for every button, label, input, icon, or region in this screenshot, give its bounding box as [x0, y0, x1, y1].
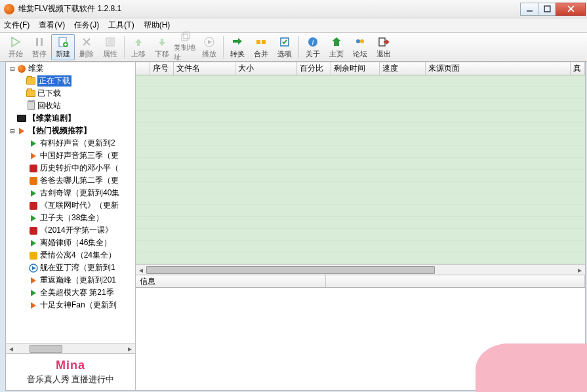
tree-item[interactable]: 历史转折中的邓小平（: [6, 162, 135, 174]
tb-down[interactable]: 下移: [150, 34, 174, 60]
info-label[interactable]: 信息: [136, 275, 326, 287]
tree-item[interactable]: 《2014开学第一课》: [6, 224, 135, 237]
tree-root[interactable]: ⊟维棠: [6, 62, 135, 75]
folder-icon: [26, 88, 36, 99]
menu-task[interactable]: 任务(J): [74, 20, 99, 31]
tb-options[interactable]: 选项: [273, 34, 296, 60]
arrow-right-icon: [28, 151, 39, 161]
tree-item[interactable]: 《互联网时代》（更新: [6, 199, 135, 212]
tree-item[interactable]: 重返巅峰（更新到201: [6, 274, 135, 286]
tb-play[interactable]: 播放: [197, 34, 221, 60]
download-grid[interactable]: 序号 文件名 大小 百分比 剩余时间 速度 来源页面 真 ◂▸: [136, 62, 585, 275]
tree-item[interactable]: 爸爸去哪儿第二季（更: [6, 174, 135, 187]
col-num[interactable]: 序号: [150, 62, 174, 75]
forum-icon: [354, 35, 367, 49]
col-speed[interactable]: 速度: [380, 62, 426, 75]
svg-point-24: [356, 39, 360, 43]
ad-logo: Mina: [56, 359, 85, 372]
tb-convert[interactable]: 转换: [226, 34, 249, 60]
tree-item[interactable]: 全美超模大赛 第21季: [6, 286, 135, 299]
col-real[interactable]: 真: [571, 62, 585, 75]
arrow-up-icon: [132, 35, 145, 49]
tb-delete[interactable]: 删除: [75, 34, 98, 60]
svg-rect-16: [182, 34, 188, 41]
menu-help[interactable]: 帮助(H): [144, 20, 171, 31]
sidebar: ⊟维棠 正在下载 已下载 回收站 【维棠追剧】 ⊟【热门视频推荐】 有料好声音（…: [6, 62, 136, 390]
tree-item[interactable]: 离婚律师（46集全）: [6, 237, 135, 249]
menu-file[interactable]: 文件(F): [4, 20, 30, 31]
menu-view[interactable]: 查看(V): [39, 20, 65, 31]
col-name[interactable]: 文件名: [174, 62, 235, 75]
site-icon: [28, 201, 39, 211]
tb-copyaddr[interactable]: 复制地址: [174, 34, 197, 60]
play-arrow-icon: [9, 35, 22, 49]
tb-exit[interactable]: 退出: [372, 34, 395, 60]
tb-forum[interactable]: 论坛: [348, 34, 372, 60]
main-area: 序号 文件名 大小 百分比 剩余时间 速度 来源页面 真 ◂▸ 信息: [136, 62, 585, 390]
svg-rect-5: [41, 38, 43, 46]
svg-rect-4: [36, 38, 38, 46]
col-source[interactable]: 来源页面: [426, 62, 571, 75]
app-icon: [4, 4, 14, 14]
tree-view[interactable]: ⊟维棠 正在下载 已下载 回收站 【维棠追剧】 ⊟【热门视频推荐】 有料好声音（…: [6, 62, 135, 353]
menu-tool[interactable]: 工具(T): [108, 20, 134, 31]
play-icon: [28, 213, 39, 224]
properties-icon: [104, 35, 117, 49]
tree-downloading[interactable]: 正在下载: [6, 75, 135, 87]
close-button[interactable]: [556, 3, 586, 16]
tree-hscrollbar[interactable]: ◂▸: [6, 343, 135, 353]
tree-item[interactable]: 爱情公寓4（24集全）: [6, 249, 135, 262]
svg-text:i: i: [312, 37, 314, 47]
tb-about[interactable]: i关于: [301, 34, 325, 60]
tb-new[interactable]: 新建: [51, 34, 75, 60]
toolbar: 开始 暂停 新建 删除 属性 上移 下移 复制地址 播放 转换 合并 选项 i关…: [0, 33, 587, 62]
home-icon: [330, 35, 343, 49]
col-remain[interactable]: 剩余时间: [331, 62, 380, 75]
ad-panel[interactable]: Mina 音乐真人秀 直播进行中: [6, 353, 135, 390]
tree-item[interactable]: 古剑奇谭（更新到40集: [6, 187, 135, 199]
tree-drama[interactable]: 【维棠追剧】: [6, 112, 135, 125]
tb-pause[interactable]: 暂停: [28, 34, 51, 60]
minimize-button[interactable]: [520, 3, 538, 16]
site-icon: [28, 250, 39, 261]
tb-merge[interactable]: 合并: [249, 34, 273, 60]
site-icon: [28, 225, 39, 236]
tree-item[interactable]: 十足女神Fan（更新到: [6, 299, 135, 311]
tree-item[interactable]: 卫子夫（38集全）: [6, 212, 135, 224]
tb-up[interactable]: 上移: [127, 34, 150, 60]
tree-recycle[interactable]: 回收站: [6, 100, 135, 112]
grid-hscrollbar[interactable]: ◂▸: [136, 264, 585, 275]
svg-rect-17: [184, 32, 190, 39]
maximize-button[interactable]: [538, 3, 556, 16]
info-col2[interactable]: [326, 275, 585, 287]
tree-item[interactable]: 中国好声音第三季（更: [6, 149, 135, 162]
col-blank[interactable]: [136, 62, 150, 75]
col-size[interactable]: 大小: [235, 62, 297, 75]
app-icon: [16, 64, 27, 74]
col-percent[interactable]: 百分比: [297, 62, 331, 75]
site-icon: [28, 176, 39, 186]
svg-rect-1: [544, 6, 550, 12]
tree-item[interactable]: 有料好声音（更新到2: [6, 137, 135, 149]
tree-item[interactable]: 舰在亚丁湾（更新到1: [6, 262, 135, 274]
tree-downloaded[interactable]: 已下载: [6, 87, 135, 100]
ad-tagline: 音乐真人秀 直播进行中: [27, 374, 115, 385]
folder-icon: [26, 76, 36, 87]
tb-home[interactable]: 主页: [325, 34, 348, 60]
svg-rect-19: [256, 40, 260, 44]
arrow-down-icon: [155, 35, 169, 49]
window-title: 维棠FLV视频下载软件 1.2.8.1: [18, 3, 521, 14]
info-header: 信息: [136, 275, 585, 288]
new-document-icon: [56, 35, 70, 49]
tv-icon: [16, 113, 27, 124]
copy-icon: [179, 31, 192, 42]
tb-props[interactable]: 属性: [98, 34, 122, 60]
tree-hot[interactable]: ⊟【热门视频推荐】: [6, 125, 135, 137]
info-icon: i: [306, 35, 319, 49]
exit-icon: [377, 35, 390, 49]
site-icon: [28, 163, 39, 174]
tb-start[interactable]: 开始: [4, 34, 28, 60]
trash-icon: [26, 101, 36, 111]
play-icon: [28, 238, 39, 248]
grid-body-empty: [136, 75, 585, 264]
